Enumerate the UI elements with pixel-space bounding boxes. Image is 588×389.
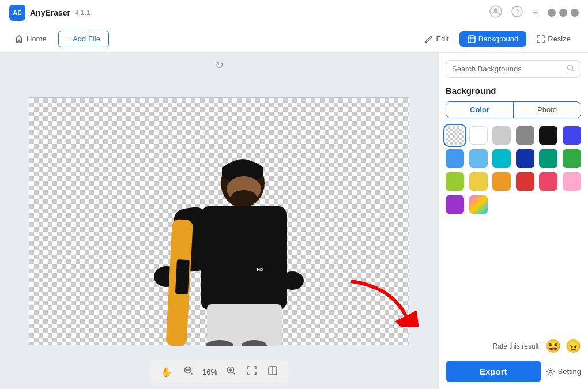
red-arrow <box>345 275 420 327</box>
svg-line-30 <box>233 373 235 375</box>
color-swatch-pink-red[interactable] <box>539 172 557 191</box>
color-swatch-white[interactable] <box>469 126 488 145</box>
close-button[interactable]: ✕ <box>571 9 579 17</box>
split-view-button[interactable] <box>266 365 280 379</box>
edit-icon <box>425 35 433 43</box>
svg-rect-18 <box>207 304 282 346</box>
bottom-section: Rate this result: 😆 😠 Export Setting <box>446 332 581 382</box>
window-controls: — □ ✕ <box>548 9 579 17</box>
home-icon <box>15 35 23 43</box>
color-swatch-blue-violet[interactable] <box>563 126 581 145</box>
svg-rect-4 <box>468 36 475 43</box>
home-label: Home <box>27 35 47 43</box>
angry-emoji[interactable]: 😠 <box>566 339 581 354</box>
svg-point-1 <box>494 8 498 12</box>
color-swatch-green[interactable] <box>563 149 581 168</box>
svg-point-33 <box>568 65 573 70</box>
setting-label: Setting <box>558 367 581 376</box>
color-swatch-orange[interactable] <box>492 172 511 191</box>
zoom-out-button[interactable] <box>182 365 195 379</box>
maximize-button[interactable]: □ <box>559 9 567 17</box>
rate-label: Rate this result: <box>493 342 541 350</box>
export-row: Export Setting <box>446 361 581 382</box>
help-icon[interactable]: ? <box>511 6 523 20</box>
resize-tab[interactable]: Resize <box>529 31 579 47</box>
add-file-button[interactable]: + Add File <box>58 31 109 47</box>
setting-icon <box>546 367 555 376</box>
fullscreen-button[interactable] <box>245 365 259 379</box>
titlebar: AE AnyEraser 4.1.1 ? ≡ — □ ✕ <box>0 0 588 25</box>
search-box[interactable] <box>446 60 581 78</box>
add-file-label: + Add File <box>67 35 100 43</box>
minimize-button[interactable]: — <box>548 9 556 17</box>
section-title: Background <box>446 86 581 96</box>
canvas-area[interactable]: ↻ <box>0 53 438 389</box>
right-panel: Background Color Photo Rate this result:… <box>438 53 588 389</box>
search-icon <box>567 64 575 74</box>
toolbar-right: Edit Background Resize <box>417 31 579 47</box>
resize-label: Resize <box>548 35 571 43</box>
color-swatch-dark-blue[interactable] <box>516 149 534 168</box>
color-grid <box>446 126 581 214</box>
zoom-in-button[interactable] <box>224 365 238 379</box>
svg-line-34 <box>572 70 575 72</box>
image-canvas[interactable]: HD <box>29 97 409 345</box>
color-swatch-transparent[interactable] <box>446 126 464 145</box>
avatar-icon[interactable] <box>489 5 502 20</box>
home-button[interactable]: Home <box>9 31 52 47</box>
color-swatch-gray[interactable] <box>516 126 534 145</box>
color-swatch-light-blue[interactable] <box>469 149 488 168</box>
svg-rect-7 <box>222 166 263 176</box>
background-tabs: Color Photo <box>446 101 581 118</box>
svg-point-17 <box>281 271 304 290</box>
color-swatch-teal[interactable] <box>539 149 557 168</box>
color-swatch-light-pink[interactable] <box>563 172 581 191</box>
svg-point-35 <box>549 370 552 373</box>
setting-button[interactable]: Setting <box>546 367 581 376</box>
edit-label: Edit <box>436 35 448 43</box>
color-swatch-purple[interactable] <box>446 195 464 214</box>
svg-rect-20 <box>175 259 190 294</box>
background-tab[interactable]: Background <box>459 31 526 47</box>
titlebar-left: AE AnyEraser 4.1.1 <box>9 5 91 21</box>
photo-tab[interactable]: Photo <box>514 102 581 118</box>
color-swatch-sky-blue[interactable] <box>446 149 464 168</box>
hand-tool[interactable]: ✋ <box>159 365 175 379</box>
edit-tab[interactable]: Edit <box>417 31 457 47</box>
color-swatch-cyan[interactable] <box>492 149 511 168</box>
svg-text:?: ? <box>515 8 519 16</box>
rotate-icon[interactable]: ↻ <box>215 59 224 71</box>
color-tab[interactable]: Color <box>446 102 514 118</box>
app-logo: AE <box>9 5 25 21</box>
menu-icon[interactable]: ≡ <box>532 6 538 18</box>
color-swatch-lime[interactable] <box>446 172 464 191</box>
zoom-level: 16% <box>202 368 217 376</box>
color-swatch-gradient[interactable] <box>469 195 488 214</box>
color-swatch-black[interactable] <box>539 126 557 145</box>
svg-line-26 <box>191 373 193 375</box>
svg-text:HD: HD <box>257 267 263 272</box>
titlebar-right: ? ≡ — □ ✕ <box>489 5 579 20</box>
rate-row: Rate this result: 😆 😠 <box>446 339 581 354</box>
resize-icon <box>537 35 545 43</box>
export-button[interactable]: Export <box>446 361 541 382</box>
background-icon <box>468 35 476 43</box>
happy-emoji[interactable]: 😆 <box>545 339 561 354</box>
background-label: Background <box>478 35 518 43</box>
toolbar-left: Home + Add File <box>9 31 109 47</box>
color-swatch-light-gray[interactable] <box>492 126 511 145</box>
main-layout: ↻ <box>0 53 588 389</box>
canvas-toolbar: ✋ 16% <box>149 360 289 383</box>
svg-point-10 <box>231 190 257 204</box>
app-name: AnyEraser <box>30 8 70 17</box>
search-input[interactable] <box>452 65 563 73</box>
color-swatch-red[interactable] <box>516 172 534 191</box>
app-version: 4.1.1 <box>75 9 91 17</box>
color-swatch-yellow[interactable] <box>469 172 488 191</box>
toolbar: Home + Add File Edit Background Resize <box>0 25 588 53</box>
